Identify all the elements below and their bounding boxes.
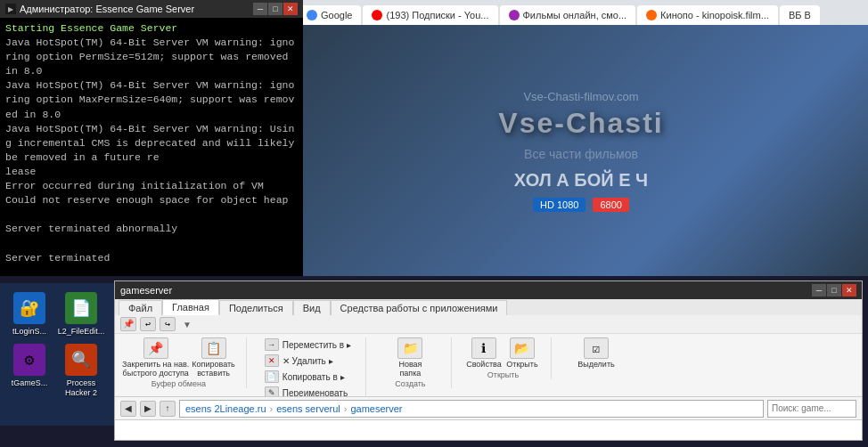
gameserver-label: tGameS... [12, 378, 48, 388]
ribbon-tab-tools[interactable]: Средства работы с приложениями [331, 300, 508, 315]
explorer-minimize-button[interactable]: ─ [812, 284, 826, 297]
select-btns: ☑ Выделить [577, 337, 615, 369]
browser-content: Vse-Chasti-filmov.com Vse-Chasti Все час… [294, 25, 868, 276]
browser-tab-youtube[interactable]: (193) Подписки - You... [363, 5, 497, 25]
ribbon-tab-bar: Файл Главная Поделиться Вид Средства раб… [115, 299, 862, 315]
desktop-icon-gameserver[interactable]: ⚙️ tGameS... [7, 344, 52, 398]
loginserver-icon: 🔐 [13, 292, 45, 324]
nav-up-btn[interactable]: ↑ [160, 401, 176, 417]
cmd-line-empty2 [5, 236, 298, 250]
cmd-content: Starting Essence Game Server Java HotSpo… [0, 18, 303, 276]
delete-btn[interactable]: ✕ ✕ Удалить ▸ [261, 354, 355, 368]
cmd-line-empty3 [5, 265, 298, 276]
ribbon-tab-share[interactable]: Поделиться [219, 300, 293, 315]
cmd-line-warn2: Java HotSpot(TM) 64-Bit Server VM warnin… [5, 78, 298, 121]
ribbon-group-props: ℹ Свойства 📂 Открыть Открыть [466, 337, 552, 379]
explorer-maximize-button[interactable]: □ [827, 284, 841, 297]
select-icon: ☑ [584, 337, 609, 359]
youtube-icon [372, 10, 382, 20]
ribbon-group-new: 📁 Новаяпапка Создать [381, 337, 452, 388]
browser-site-title: Vse-Chasti [498, 107, 663, 140]
new-group-title: Создать [395, 379, 425, 388]
browser-tab-google[interactable]: Google [298, 5, 361, 25]
address-path-bar[interactable]: esens 2Lineage.ru › esens serverul › gam… [179, 400, 764, 418]
nav-back-btn[interactable]: ◀ [120, 401, 136, 417]
properties-label: Свойства [466, 360, 502, 369]
ribbon-tab-file[interactable]: Файл [119, 300, 162, 315]
cmd-line-error1: Error occurred during initialization of … [5, 179, 298, 193]
browser-film-title: ХОЛ А БОЙ Е Ч [498, 170, 663, 191]
desktop-icon-loginserver[interactable]: 🔐 tLoginS... [7, 292, 52, 337]
cmd-close-button[interactable]: ✕ [283, 3, 298, 15]
cmd-maximize-button[interactable]: □ [268, 3, 283, 15]
nav-forward-btn[interactable]: ▶ [140, 401, 156, 417]
tab-youtube-label: (193) Подписки - You... [386, 10, 488, 20]
rename-icon: ✎ [265, 386, 279, 397]
quick-pin-btn[interactable]: 📌 [120, 317, 136, 331]
rename-label: Переименовать [283, 388, 348, 398]
browser-overlay: Vse-Chasti-filmov.com Vse-Chasti Все час… [498, 90, 663, 212]
explorer-window: gameserver ─ □ ✕ Файл Главная Поделиться… [114, 280, 863, 441]
new-folder-btn[interactable]: 📁 Новаяпапка [392, 337, 428, 378]
desktop-row-2: ⚙️ tGameS... 🔍 Process Hacker 2 [7, 344, 109, 398]
copy-label: Копировать вставить [192, 360, 234, 378]
movies-icon [509, 10, 520, 20]
delete-icon: ✕ [265, 354, 279, 367]
desktop-icon-l2fileedit[interactable]: 📄 L2_FileEdit... [59, 292, 103, 337]
ribbon-copy-paste-btn[interactable]: 📋 Копировать вставить [192, 337, 234, 378]
ribbon-group-clipboard: 📌 Закрепить на нав.быстрого доступа 📋 Ко… [122, 337, 247, 388]
rename-btn[interactable]: ✎ Переименовать [261, 386, 355, 397]
move-label: Переместить в ▸ [283, 340, 351, 350]
quick-redo-btn[interactable]: ↪ [160, 317, 176, 331]
cmd-line-start: Starting Essence Game Server [5, 21, 298, 36]
ribbon-quick-access: 📌 ↩ ↪ ▼ [115, 315, 862, 334]
pin-label: Закрепить на нав.быстрого доступа [122, 360, 189, 378]
new-folder-label: Новаяпапка [398, 360, 422, 378]
explorer-close-button[interactable]: ✕ [842, 284, 856, 297]
move-to-btn[interactable]: → Переместить в ▸ [261, 337, 355, 352]
open-btn[interactable]: 📂 Открыть [504, 337, 540, 369]
tab-movies-label: Фильмы онлайн, смо... [523, 10, 627, 20]
cmd-controls: ─ □ ✕ [253, 3, 298, 15]
copy-to-label: Копировать в ▸ [283, 372, 345, 382]
cmd-line-lease: lease [5, 165, 298, 179]
select-label: Выделить [577, 360, 615, 369]
google-icon [307, 10, 317, 20]
processhacker-label: Process Hacker 2 [59, 378, 103, 398]
loginserver-label: tLoginS... [12, 327, 46, 337]
ribbon-tab-view[interactable]: Вид [293, 300, 331, 315]
browser-sub: Все части фильмов [498, 147, 663, 161]
browser-window: Google (193) Подписки - You... Фильмы он… [294, 0, 868, 276]
quick-label: ▼ [183, 320, 192, 329]
ribbon-tab-home[interactable]: Главная [162, 299, 219, 315]
browser-tab-kinopoisk[interactable]: Кинопо - kinopoisk.film... [637, 5, 778, 25]
properties-btn[interactable]: ℹ Свойства [466, 337, 502, 369]
props-group-title: Открыть [487, 370, 519, 379]
path-sep-1: › [270, 403, 274, 414]
browser-domain: Vse-Chasti-filmov.com [498, 90, 663, 103]
desktop-icon-processhacker[interactable]: 🔍 Process Hacker 2 [59, 344, 103, 398]
tab-kinopoisk-label: Кинопо - kinopoisk.film... [660, 10, 769, 20]
browser-tab-vb[interactable]: ВБ В [780, 5, 820, 25]
new-btns: 📁 Новаяпапка [392, 337, 428, 378]
ribbon-pin-btn[interactable]: 📌 Закрепить на нав.быстрого доступа [122, 337, 189, 378]
copy-icon: 📋 [201, 337, 226, 359]
cmd-line-terminated2: Server terminated [5, 251, 298, 265]
path-part-3: gameserver [350, 403, 402, 414]
path-part-1: esens 2Lineage.ru [185, 403, 266, 414]
copy-to-icon: 📄 [265, 370, 279, 383]
move-icon: → [265, 338, 279, 351]
copy-to-btn[interactable]: 📄 Копировать в ▸ [261, 370, 355, 384]
l2fileedit-label: L2_FileEdit... [58, 327, 105, 337]
cmd-minimize-button[interactable]: ─ [253, 3, 267, 15]
select-btn[interactable]: ☑ Выделить [577, 337, 615, 369]
address-search-input[interactable] [767, 400, 856, 418]
cmd-line-error2: Could not reserve enough space for objec… [5, 193, 298, 207]
tab-vb-label: ВБ В [789, 10, 811, 20]
desktop-row-1: 🔐 tLoginS... 📄 L2_FileEdit... [7, 292, 109, 337]
desktop-area: 🔐 tLoginS... 📄 L2_FileEdit... ⚙️ tGameS.… [0, 283, 116, 426]
quick-undo-btn[interactable]: ↩ [140, 317, 156, 331]
browser-tab-movies[interactable]: Фильмы онлайн, смо... [500, 5, 636, 25]
ribbon-group-select: ☑ Выделить [566, 337, 637, 370]
cmd-line-warn3: Java HotSpot(TM) 64-Bit Server VM warnin… [5, 122, 298, 165]
